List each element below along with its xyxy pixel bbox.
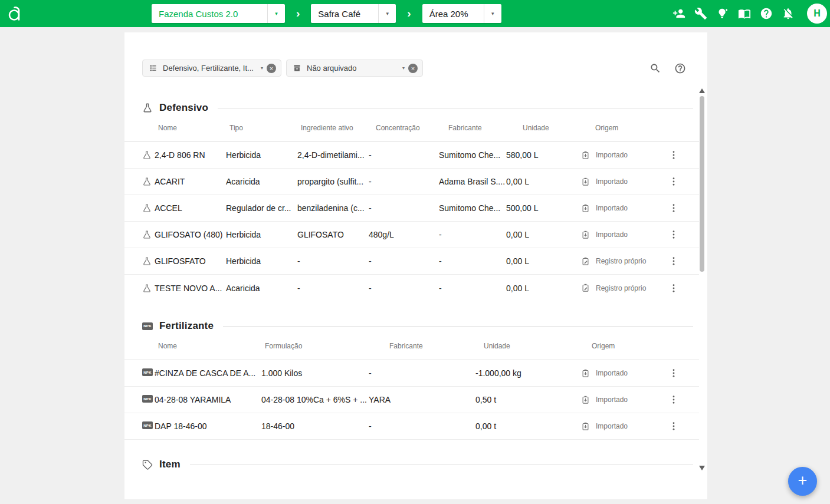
row-menu-button[interactable] xyxy=(668,394,679,405)
cell-nome: TESTE NOVO A... xyxy=(155,284,226,293)
col-header-ingrediente: Ingrediente ativo xyxy=(297,124,369,132)
cell-fabricante: Adama Brasil S.... xyxy=(439,177,506,186)
cell-concentracao: - xyxy=(369,150,439,160)
origem-label: Importado xyxy=(596,230,628,239)
cell-tipo: Herbicida xyxy=(226,230,297,239)
cell-nome: 04-28-08 YARAMILA xyxy=(155,395,261,404)
origem-label: Importado xyxy=(596,396,628,404)
cell-unidade: 500,00 L xyxy=(506,203,581,213)
origem-label: Registro próprio xyxy=(596,284,646,292)
season-selector[interactable]: Safra Café ▾ xyxy=(311,4,396,23)
cell-origem: Importado xyxy=(581,151,667,160)
row-menu-button[interactable] xyxy=(668,421,679,431)
flask-icon xyxy=(142,256,152,266)
content-card: Defensivo, Fertilizante, It... ▾ × Não a… xyxy=(124,32,707,499)
table-row[interactable]: ACARIT Acaricida propargito (sulfit... -… xyxy=(124,169,699,195)
cell-fabricante: - xyxy=(439,256,506,266)
area-selector[interactable]: Área 20% ▾ xyxy=(422,4,501,23)
plus-icon: + xyxy=(798,472,808,490)
lightbulb-icon[interactable] xyxy=(716,7,729,20)
table-row[interactable]: GLIFOSFATO Herbicida - - - 0,00 L Regist… xyxy=(124,248,699,275)
cell-nome: ACARIT xyxy=(155,177,226,186)
row-menu-button[interactable] xyxy=(668,203,679,213)
person-add-icon[interactable] xyxy=(672,7,685,20)
cell-concentracao: - xyxy=(369,177,439,186)
close-icon[interactable]: × xyxy=(408,64,418,73)
import-icon xyxy=(581,204,590,213)
scrollbar-thumb[interactable] xyxy=(700,96,704,272)
cell-nome: GLIFOSATO (480) xyxy=(155,230,226,239)
origem-label: Importado xyxy=(596,204,628,212)
import-icon xyxy=(581,369,590,378)
wrench-icon[interactable] xyxy=(694,7,707,20)
col-header-formulacao: Formulação xyxy=(261,342,369,350)
area-selector-label: Área 20% xyxy=(422,9,484,19)
help-outline-icon[interactable] xyxy=(674,62,686,74)
scroll-up-arrow[interactable] xyxy=(699,88,705,93)
npk-badge-icon: NPK xyxy=(142,421,152,431)
table-row[interactable]: 2,4-D 806 RN Herbicida 2,4-D-dimetilami.… xyxy=(124,142,699,169)
season-selector-label: Safra Café xyxy=(311,9,378,19)
npk-badge-icon: NPK xyxy=(142,321,153,331)
cell-concentracao: - xyxy=(369,256,439,266)
import-icon xyxy=(581,396,590,404)
archive-filter-chip[interactable]: Não arquivado ▾ × xyxy=(286,60,423,77)
col-header-fabricante: Fabricante xyxy=(369,342,475,350)
section-title: Item xyxy=(159,459,181,470)
avatar[interactable]: H xyxy=(807,4,827,24)
row-menu-button[interactable] xyxy=(668,368,679,378)
table-row[interactable]: GLIFOSATO (480) Herbicida GLIFOSATO 480g… xyxy=(124,222,699,248)
origem-label: Registro próprio xyxy=(596,257,646,265)
book-icon[interactable] xyxy=(738,7,751,20)
cell-ingrediente: - xyxy=(297,256,369,266)
table-row[interactable]: NPK DAP 18-46-00 18-46-00 - 0,00 t Impor… xyxy=(124,413,699,440)
import-icon xyxy=(581,230,590,239)
table-row[interactable]: ACCEL Regulador de cr... benziladenina (… xyxy=(124,195,699,222)
row-menu-button[interactable] xyxy=(668,283,679,294)
npk-badge-icon: NPK xyxy=(142,395,152,404)
cell-nome: GLIFOSFATO xyxy=(155,256,226,266)
col-header-unidade: Unidade xyxy=(475,342,581,350)
row-menu-button[interactable] xyxy=(668,176,679,187)
table-row[interactable]: NPK 04-28-08 YARAMILA 04-28-08 10%Ca + 6… xyxy=(124,387,699,413)
scrollbar[interactable] xyxy=(698,88,706,470)
row-menu-button[interactable] xyxy=(668,256,679,266)
cell-ingrediente: benziladenina (c... xyxy=(297,203,369,213)
col-header-tipo: Tipo xyxy=(226,124,297,132)
chevron-down-icon[interactable]: ▾ xyxy=(484,11,501,17)
cell-nome: #CINZA DE CASCA DE A... xyxy=(155,368,261,378)
help-filled-icon[interactable] xyxy=(760,7,773,20)
aegro-logo[interactable] xyxy=(6,4,26,24)
row-menu-button[interactable] xyxy=(668,150,679,160)
filter-bar: Defensivo, Fertilizante, It... ▾ × Não a… xyxy=(142,60,686,77)
defensivo-table-header: Nome Tipo Ingrediente ativo Concentração… xyxy=(124,114,699,142)
cell-concentracao: - xyxy=(369,203,439,213)
search-icon[interactable] xyxy=(649,62,661,74)
cell-ingrediente: GLIFOSATO xyxy=(297,230,369,239)
chevron-down-icon[interactable]: ▾ xyxy=(399,65,408,71)
bell-off-icon[interactable] xyxy=(782,7,795,20)
type-filter-chip[interactable]: Defensivo, Fertilizante, It... ▾ × xyxy=(142,60,281,77)
close-icon[interactable]: × xyxy=(267,64,276,73)
row-menu-button[interactable] xyxy=(668,229,679,240)
col-header-fabricante: Fabricante xyxy=(439,124,506,132)
table-row[interactable]: TESTE NOVO A... Acaricida - - - 0,00 L R… xyxy=(124,275,699,301)
chevron-down-icon[interactable]: ▾ xyxy=(379,11,396,17)
cell-fabricante: - xyxy=(369,368,475,378)
cell-unidade: 0,00 L xyxy=(506,284,581,293)
divider xyxy=(218,108,693,108)
own-record-icon xyxy=(581,284,590,292)
import-icon xyxy=(581,177,590,186)
cell-tipo: Acaricida xyxy=(226,177,297,186)
cell-origem: Importado xyxy=(581,396,667,404)
add-button[interactable]: + xyxy=(788,467,817,496)
origem-label: Importado xyxy=(596,369,628,377)
scroll-down-arrow[interactable] xyxy=(699,466,705,470)
divider xyxy=(223,326,693,327)
farm-selector[interactable]: Fazenda Custos 2.0 ▾ xyxy=(152,4,285,23)
chevron-down-icon[interactable]: ▾ xyxy=(257,65,267,71)
chevron-down-icon[interactable]: ▾ xyxy=(268,11,285,17)
divider xyxy=(190,465,693,465)
cell-origem: Registro próprio xyxy=(581,257,667,266)
table-row[interactable]: NPK #CINZA DE CASCA DE A... 1.000 Kilos … xyxy=(124,360,699,387)
